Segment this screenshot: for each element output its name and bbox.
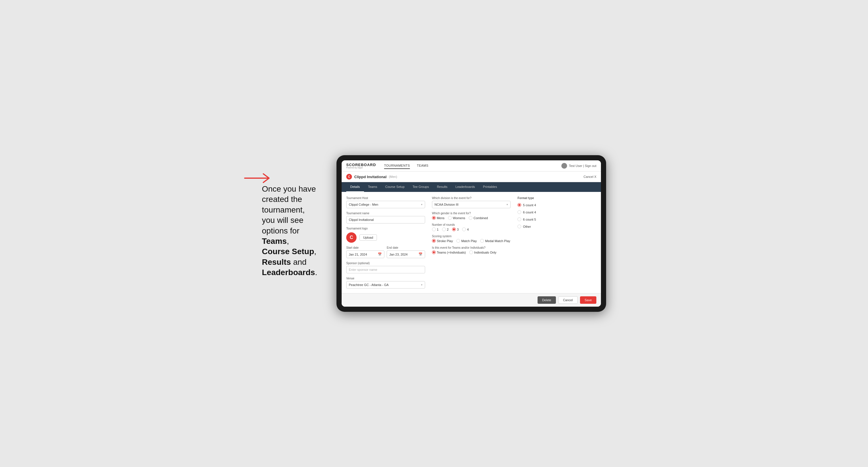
gender-combined-option[interactable]: Combined (469, 216, 488, 220)
teams-plus-label: Teams (+Individuals) (437, 251, 466, 254)
format-5count4-label: 5 count 4 (523, 204, 536, 207)
tab-course-setup[interactable]: Course Setup (381, 182, 408, 192)
rounds-3-option[interactable]: 3 (452, 227, 459, 231)
tab-leaderboards[interactable]: Leaderboards (452, 182, 479, 192)
tournament-host-value: Clippd College - Men (349, 203, 378, 206)
text-comma2: , (314, 247, 316, 256)
instructional-text: Once you have created the tournament, yo… (262, 155, 325, 278)
upload-button[interactable]: Upload (360, 235, 377, 241)
scoring-stroke-option[interactable]: Stroke Play (432, 239, 453, 243)
logo-circle: C (346, 232, 356, 243)
format-6count4-radio[interactable] (518, 210, 521, 214)
nav-teams[interactable]: TEAMS (417, 163, 428, 169)
text-leaderboards-bold: Leaderboards (262, 268, 315, 277)
tab-details[interactable]: Details (346, 182, 364, 192)
gender-womens-radio[interactable] (448, 216, 452, 220)
form-content: Tournament Host Clippd College - Men ▾ T… (342, 192, 601, 293)
tournament-name-field: Tournament name Clippd Invitational (346, 212, 425, 223)
gender-combined-radio[interactable] (469, 216, 472, 220)
rounds-4-radio[interactable] (462, 227, 466, 231)
tab-results[interactable]: Results (433, 182, 452, 192)
division-input[interactable]: NCAA Division III ▾ (432, 201, 511, 208)
text-line2: created the (262, 195, 302, 204)
end-date-input[interactable]: Jan 23, 2024 📅 (387, 250, 425, 258)
sponsor-field: Sponsor (optional) Enter sponsor name (346, 261, 425, 273)
calendar-icon: 📅 (378, 252, 382, 256)
scoring-medal-option[interactable]: Medal Match Play (480, 239, 510, 243)
text-and: and (291, 258, 307, 267)
gender-combined-label: Combined (473, 216, 488, 220)
tab-teams[interactable]: Teams (364, 182, 381, 192)
format-6count4-option[interactable]: 6 count 4 (518, 210, 596, 214)
text-line3: tournament, (262, 206, 305, 214)
tournament-name-input[interactable]: Clippd Invitational (346, 216, 425, 223)
left-column: Tournament Host Clippd College - Men ▾ T… (346, 196, 425, 288)
division-value: NCAA Division III (435, 203, 459, 206)
delete-button[interactable]: Delete (537, 296, 556, 304)
rounds-field: Number of rounds 1 2 (432, 223, 511, 231)
cancel-link[interactable]: Cancel X (584, 175, 596, 179)
sponsor-input[interactable]: Enter sponsor name (346, 266, 425, 273)
scoring-stroke-label: Stroke Play (437, 239, 453, 243)
venue-input[interactable]: Peachtree GC - Atlanta - GA ▾ (346, 281, 425, 288)
logo-subtext: Powered by clippd (346, 167, 376, 169)
save-button[interactable]: Save (580, 296, 596, 304)
scoring-field: Scoring system Stroke Play Match Play (432, 235, 511, 243)
text-line4: you will see (262, 216, 304, 225)
rounds-3-radio[interactable] (452, 227, 456, 231)
sponsor-label: Sponsor (optional) (346, 261, 425, 265)
teams-label: Is this event for Teams and/or Individua… (432, 246, 511, 249)
text-teams-bold: Teams (262, 237, 287, 246)
tournament-name-label: Tournament name (346, 212, 425, 215)
text-line1: Once you have (262, 184, 316, 193)
user-area: Test User | Sign out (561, 163, 596, 169)
right-column: Format type 5 count 4 6 count 4 6 count … (518, 196, 596, 288)
scoring-match-radio[interactable] (456, 239, 460, 243)
format-5count4-radio[interactable] (518, 203, 521, 207)
individuals-only-option[interactable]: Individuals Only (469, 250, 497, 254)
start-date-value: Jan 21, 2024 (349, 253, 367, 256)
format-6count5-option[interactable]: 6 count 5 (518, 217, 596, 221)
teams-plus-individuals-option[interactable]: Teams (+Individuals) (432, 250, 466, 254)
tab-printables[interactable]: Printables (479, 182, 501, 192)
cancel-button[interactable]: Cancel (558, 296, 578, 304)
nav-tournaments[interactable]: TOURNAMENTS (384, 163, 410, 169)
end-date-value: Jan 23, 2024 (389, 253, 408, 256)
rounds-2-radio[interactable] (442, 227, 446, 231)
teams-plus-radio[interactable] (432, 250, 436, 254)
tablet-screen: SCOREBOARD Powered by clippd TOURNAMENTS… (342, 160, 601, 307)
gender-label: Which gender is the event for? (432, 212, 511, 215)
rounds-1-radio[interactable] (432, 227, 436, 231)
venue-field: Venue Peachtree GC - Atlanta - GA ▾ (346, 277, 425, 288)
scoring-medal-label: Medal Match Play (485, 239, 510, 243)
tab-tee-groups[interactable]: Tee Groups (408, 182, 433, 192)
tournament-title-area: C Clippd Invitational (Men) (346, 174, 397, 180)
rounds-4-option[interactable]: 4 (462, 227, 469, 231)
scoring-stroke-radio[interactable] (432, 239, 436, 243)
individuals-only-radio[interactable] (469, 250, 473, 254)
gender-womens-option[interactable]: Womens (448, 216, 465, 220)
rounds-2-label: 2 (447, 228, 448, 231)
scoring-match-option[interactable]: Match Play (456, 239, 477, 243)
text-line5: options for (262, 226, 300, 235)
tournament-host-input[interactable]: Clippd College - Men ▾ (346, 201, 425, 208)
tournament-header: C Clippd Invitational (Men) Cancel X (342, 172, 601, 182)
gender-mens-radio[interactable] (432, 216, 436, 220)
format-other-radio[interactable] (518, 225, 521, 228)
user-signout-link[interactable]: Test User | Sign out (569, 164, 596, 167)
tab-bar: Details Teams Course Setup Tee Groups Re… (342, 182, 601, 192)
rounds-1-option[interactable]: 1 (432, 227, 439, 231)
start-date-input[interactable]: Jan 21, 2024 📅 (346, 250, 384, 258)
scoring-medal-radio[interactable] (480, 239, 484, 243)
format-6count5-radio[interactable] (518, 217, 521, 221)
top-navigation: SCOREBOARD Powered by clippd TOURNAMENTS… (342, 160, 601, 172)
rounds-2-option[interactable]: 2 (442, 227, 448, 231)
division-field: Which division is the event for? NCAA Di… (432, 196, 511, 208)
text-comma1: , (287, 237, 289, 246)
teams-radio-group: Teams (+Individuals) Individuals Only (432, 250, 511, 254)
format-other-option[interactable]: Other (518, 225, 596, 228)
gender-mens-option[interactable]: Mens (432, 216, 444, 220)
text-coursesetup-bold: Course Setup (262, 247, 314, 256)
app-logo: SCOREBOARD Powered by clippd (346, 163, 376, 169)
format-5count4-option[interactable]: 5 count 4 (518, 203, 596, 207)
